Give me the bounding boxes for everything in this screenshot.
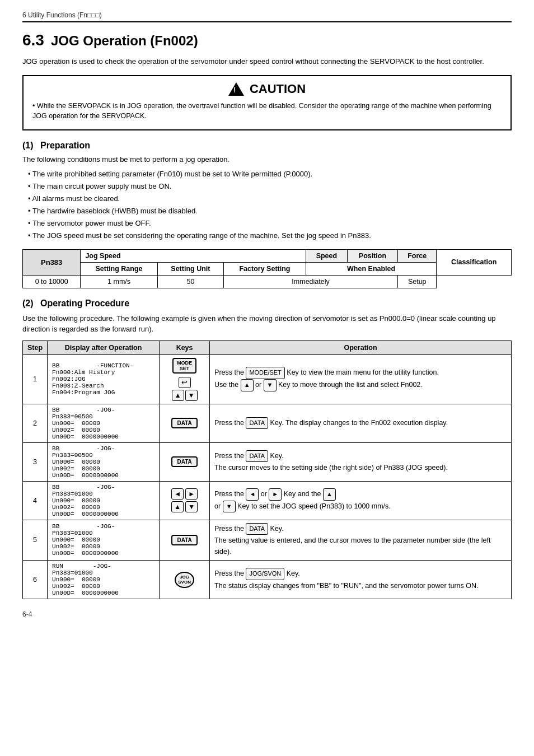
step-keys: JOGSVON: [160, 561, 210, 599]
section-number: 6.3: [22, 31, 44, 49]
inline-key: ▲: [323, 488, 336, 501]
setting-unit-header: Setting Unit: [157, 262, 223, 275]
section-title: 6.3 JOG Operation (Fn002): [22, 31, 512, 49]
bullet-item: The main circuit power supply must be ON…: [28, 180, 512, 193]
inline-key: DATA: [246, 417, 268, 430]
prep-intro: The following conditions must be met to …: [22, 155, 512, 164]
step-row: 5BB -JOG- Pn383=01000 Un000= 00000 Un002…: [23, 520, 512, 561]
subsection1-name: Preparation: [40, 141, 90, 150]
caution-title-text: CAUTION: [250, 82, 306, 96]
step-display: BB -JOG- Pn383=00500 Un000= 00000 Un002=…: [48, 442, 160, 481]
arrow-up-key[interactable]: ▲: [172, 390, 184, 401]
when-enabled-header: When Enabled: [306, 262, 437, 275]
op-intro: Use the following procedure. The followi…: [22, 313, 512, 335]
caution-title: CAUTION: [32, 82, 502, 96]
inline-key: ▼: [223, 501, 236, 513]
bullet-item: All alarms must be cleared.: [28, 193, 512, 205]
step-display: BB -FUNCTION- Fn000:Alm History Fn002:JO…: [48, 354, 160, 404]
steps-table: Step Display after Operation Keys Operat…: [22, 340, 512, 600]
step-number: 1: [23, 354, 48, 404]
step-operation: Press the ◄ or ► Key and the ▲or ▼ Key t…: [210, 481, 512, 520]
step-keys: DATA: [160, 442, 210, 481]
setting-range-header: Setting Range: [81, 262, 157, 275]
step-number: 4: [23, 481, 48, 520]
param-table: Pn383 Jog Speed Speed Position Force Cla…: [22, 249, 512, 288]
inline-key: ▼: [264, 379, 277, 391]
bullet-item: The JOG speed must be set considering th…: [28, 230, 512, 242]
step-number: 2: [23, 404, 48, 442]
classification-header: Classification: [437, 249, 512, 275]
inline-key: DATA: [246, 523, 268, 535]
inline-key: JOG/SVON: [246, 568, 284, 580]
step-operation: Press the DATA Key.The cursor moves to t…: [210, 442, 512, 481]
subsection2-name: Operating Procedure: [40, 298, 129, 308]
caution-body: • While the SERVOPACK is in JOG operatio…: [32, 101, 502, 122]
step-number: 5: [23, 520, 48, 561]
step-operation: Press the DATA Key.The setting value is …: [210, 520, 512, 561]
caution-triangle-icon: [228, 82, 244, 96]
modeset-key[interactable]: MODESET: [172, 358, 196, 374]
step-row: 2BB -JOG- Pn383=00500 Un000= 00000 Un002…: [23, 404, 512, 442]
param-table-wrap: Pn383 Jog Speed Speed Position Force Cla…: [22, 249, 512, 288]
classification-val: Setup: [398, 275, 437, 288]
section-name: JOG Operation (Fn002): [51, 33, 198, 49]
position-header: Position: [347, 249, 397, 262]
step-keys: ◄ ► ▲ ▼: [160, 481, 210, 520]
arrow-right-key[interactable]: ►: [185, 488, 198, 500]
step-row: 1BB -FUNCTION- Fn000:Alm History Fn002:J…: [23, 354, 512, 404]
arrow-left-icon[interactable]: ↩: [179, 377, 191, 388]
step-keys: MODESET ↩ ▲ ▼: [160, 354, 210, 404]
inline-key: MODE/SET: [246, 367, 284, 379]
bullet-item: The servomotor power must be OFF.: [28, 217, 512, 230]
col-operation: Operation: [210, 340, 512, 354]
page-number: 6-4: [22, 610, 32, 618]
prep-list: The write prohibited setting parameter (…: [22, 168, 512, 242]
setting-range-val: 0 to 10000: [23, 275, 81, 288]
jog-speed-header: Jog Speed: [81, 249, 306, 262]
step-display: RUN -JOG- Pn383=01000 Un000= 00000 Un002…: [48, 561, 160, 599]
col-display: Display after Operation: [48, 340, 160, 354]
col-step: Step: [23, 340, 48, 354]
arrow-left-key[interactable]: ◄: [171, 488, 184, 500]
subsection1-label: (1): [22, 141, 34, 150]
arrow-up-key[interactable]: ▲: [171, 501, 184, 512]
bullet-item: The hardwire baseblock (HWBB) must be di…: [28, 205, 512, 217]
header-text: 6 Utility Functions (Fn□□□): [22, 11, 102, 19]
subsection2-label: (2): [22, 298, 34, 308]
step-operation: Press the DATA Key. The display changes …: [210, 404, 512, 442]
step-display: BB -JOG- Pn383=01000 Un000= 00000 Un002=…: [48, 520, 160, 561]
factory-setting-header: Factory Setting: [224, 262, 306, 275]
step-row: 6RUN -JOG- Pn383=01000 Un000= 00000 Un00…: [23, 561, 512, 599]
setting-unit-val: 1 mm/s: [81, 275, 157, 288]
when-enabled-val: Immediately: [224, 275, 398, 288]
data-key[interactable]: DATA: [171, 418, 197, 428]
factory-setting-val: 50: [157, 275, 223, 288]
step-row: 4BB -JOG- Pn383=01000 Un000= 00000 Un002…: [23, 481, 512, 520]
data-key[interactable]: DATA: [171, 535, 197, 545]
step-keys: DATA: [160, 520, 210, 561]
caution-text: While the SERVOPACK is in JOG operation,…: [32, 102, 491, 120]
inline-key: ◄: [246, 488, 259, 501]
pn-label: Pn383: [23, 249, 81, 275]
arrow-down-key[interactable]: ▼: [185, 501, 198, 512]
caution-box: CAUTION • While the SERVOPACK is in JOG …: [22, 75, 512, 131]
step-operation: Press the MODE/SET Key to view the main …: [210, 354, 512, 404]
inline-key: ▲: [241, 379, 254, 391]
speed-header: Speed: [306, 249, 347, 262]
inline-key: ►: [269, 488, 282, 501]
arrow-down-key[interactable]: ▼: [185, 390, 198, 401]
inline-key: DATA: [246, 450, 268, 463]
force-header: Force: [398, 249, 437, 262]
data-key[interactable]: DATA: [171, 456, 197, 467]
jog-svon-key[interactable]: JOGSVON: [175, 572, 194, 588]
step-number: 6: [23, 561, 48, 599]
page-footer: 6-4: [22, 610, 512, 618]
section-description: JOG operation is used to check the opera…: [22, 56, 512, 67]
step-display: BB -JOG- Pn383=01000 Un000= 00000 Un002=…: [48, 481, 160, 520]
step-display: BB -JOG- Pn383=00500 Un000= 00000 Un002=…: [48, 404, 160, 442]
col-keys: Keys: [160, 340, 210, 354]
bullet-item: The write prohibited setting parameter (…: [28, 168, 512, 180]
step-keys: DATA: [160, 404, 210, 442]
subsection1-title: (1) Preparation: [22, 141, 512, 151]
subsection2-title: (2) Operating Procedure: [22, 298, 512, 309]
